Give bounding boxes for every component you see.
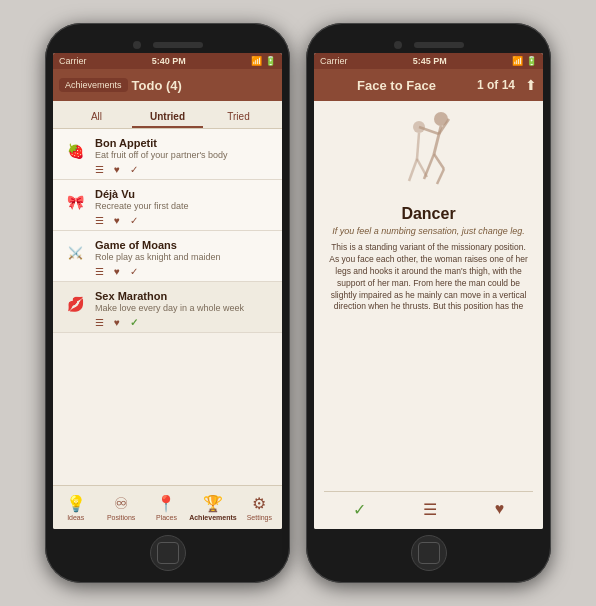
- check-icon[interactable]: ✓: [130, 266, 138, 277]
- svg-line-10: [417, 159, 427, 177]
- list-item: 💋 Sex Marathon Make love every day in a …: [53, 282, 282, 333]
- home-button-inner-right: [418, 542, 440, 564]
- dancer-svg: [389, 109, 469, 199]
- svg-line-6: [437, 169, 444, 184]
- check-icon[interactable]: ✓: [130, 164, 138, 175]
- heart-icon[interactable]: ♥: [114, 164, 120, 175]
- item-title: Game of Moans: [95, 239, 274, 251]
- nav-bar-right: Face to Face 1 of 14 ⬆: [314, 69, 543, 101]
- seg-all[interactable]: All: [61, 107, 132, 128]
- svg-point-7: [413, 121, 425, 133]
- card-tagline: If you feel a numbing sensation, just ch…: [332, 226, 525, 236]
- phone-left: Carrier 5:40 PM 📶 🔋 Achievements Todo (4…: [45, 23, 290, 583]
- check-icon[interactable]: ✓: [130, 317, 138, 328]
- card-check-icon[interactable]: ✓: [353, 500, 366, 519]
- item-icon-game-of-moans: ⚔️: [61, 239, 89, 267]
- home-button-right[interactable]: [411, 535, 447, 571]
- tab-bar-left: 💡 Ideas ♾ Positions 📍 Places 🏆 Achieveme…: [53, 485, 282, 529]
- nav-title-left: Todo (4): [132, 78, 276, 93]
- screen-left: Carrier 5:40 PM 📶 🔋 Achievements Todo (4…: [53, 53, 282, 529]
- time-left: 5:40 PM: [152, 56, 186, 66]
- battery-right: 📶 🔋: [512, 56, 537, 66]
- tab-positions[interactable]: ♾ Positions: [98, 486, 143, 529]
- tab-places-label: Places: [156, 514, 177, 521]
- list-item: 🎀 Déjà Vu Recreate your first date ☰ ♥ ✓: [53, 180, 282, 231]
- card-heart-icon[interactable]: ♥: [495, 500, 505, 519]
- svg-line-1: [434, 126, 441, 154]
- achievements-icon: 🏆: [203, 494, 223, 513]
- item-title: Sex Marathon: [95, 290, 274, 302]
- positions-icon: ♾: [114, 494, 128, 513]
- card-list-icon[interactable]: ☰: [423, 500, 437, 519]
- list-item: ⚔️ Game of Moans Role play as knight and…: [53, 231, 282, 282]
- check-icon[interactable]: ✓: [130, 215, 138, 226]
- seg-tried[interactable]: Tried: [203, 107, 274, 128]
- tab-ideas-label: Ideas: [67, 514, 84, 521]
- speaker-left: [153, 42, 203, 48]
- item-title: Déjà Vu: [95, 188, 274, 200]
- item-title: Bon Appetit: [95, 137, 274, 149]
- segment-control: All Untried Tried: [53, 101, 282, 129]
- status-bar-right: Carrier 5:45 PM 📶 🔋: [314, 53, 543, 69]
- list-icon[interactable]: ☰: [95, 317, 104, 328]
- svg-line-8: [417, 133, 419, 159]
- heart-icon[interactable]: ♥: [114, 266, 120, 277]
- item-actions: ☰ ♥ ✓: [95, 317, 274, 328]
- home-button-left[interactable]: [150, 535, 186, 571]
- item-body-deja-vu: Déjà Vu Recreate your first date ☰ ♥ ✓: [95, 188, 274, 226]
- tab-ideas[interactable]: 💡 Ideas: [53, 486, 98, 529]
- status-bar-left: Carrier 5:40 PM 📶 🔋: [53, 53, 282, 69]
- card-content: Dancer If you feel a numbing sensation, …: [314, 101, 543, 529]
- item-icon-sex-marathon: 💋: [61, 290, 89, 318]
- item-actions: ☰ ♥ ✓: [95, 266, 274, 277]
- item-subtitle: Recreate your first date: [95, 201, 274, 211]
- item-subtitle: Role play as knight and maiden: [95, 252, 274, 262]
- tab-settings[interactable]: ⚙ Settings: [237, 486, 282, 529]
- item-body-bon-appetit: Bon Appetit Eat fruit off of your partne…: [95, 137, 274, 175]
- ideas-icon: 💡: [66, 494, 86, 513]
- item-icon-bon-appetit: 🍓: [61, 137, 89, 165]
- item-subtitle: Make love every day in a whole week: [95, 303, 274, 313]
- list-icon[interactable]: ☰: [95, 164, 104, 175]
- list-icon[interactable]: ☰: [95, 266, 104, 277]
- front-camera-left: [133, 41, 141, 49]
- tab-positions-label: Positions: [107, 514, 135, 521]
- screen-right: Carrier 5:45 PM 📶 🔋 Face to Face 1 of 14…: [314, 53, 543, 529]
- dancer-figure: [384, 109, 474, 199]
- front-camera-right: [394, 41, 402, 49]
- tab-achievements-label: Achievements: [189, 514, 236, 521]
- list-icon[interactable]: ☰: [95, 215, 104, 226]
- battery-left: 📶 🔋: [251, 56, 276, 66]
- achievements-back-btn[interactable]: Achievements: [59, 78, 128, 92]
- tab-places[interactable]: 📍 Places: [144, 486, 189, 529]
- heart-icon[interactable]: ♥: [114, 215, 120, 226]
- svg-line-5: [434, 154, 444, 169]
- tab-settings-label: Settings: [247, 514, 272, 521]
- carrier-left: Carrier: [59, 56, 87, 66]
- card-actions: ✓ ☰ ♥: [324, 491, 533, 521]
- time-right: 5:45 PM: [413, 56, 447, 66]
- item-actions: ☰ ♥ ✓: [95, 215, 274, 226]
- places-icon: 📍: [156, 494, 176, 513]
- phone-right: Carrier 5:45 PM 📶 🔋 Face to Face 1 of 14…: [306, 23, 551, 583]
- list-item: 🍓 Bon Appetit Eat fruit off of your part…: [53, 129, 282, 180]
- card-title: Dancer: [401, 205, 455, 223]
- settings-icon: ⚙: [252, 494, 266, 513]
- speaker-right: [414, 42, 464, 48]
- item-body-game-of-moans: Game of Moans Role play as knight and ma…: [95, 239, 274, 277]
- nav-counter: 1 of 14: [477, 78, 515, 92]
- item-icon-deja-vu: 🎀: [61, 188, 89, 216]
- carrier-right: Carrier: [320, 56, 348, 66]
- item-actions: ☰ ♥ ✓: [95, 164, 274, 175]
- item-subtitle: Eat fruit off of your partner's body: [95, 150, 274, 160]
- seg-untried[interactable]: Untried: [132, 107, 203, 128]
- item-body-sex-marathon: Sex Marathon Make love every day in a wh…: [95, 290, 274, 328]
- tab-achievements[interactable]: 🏆 Achievements: [189, 486, 236, 529]
- card-body: This is a standing variant of the missio…: [324, 242, 533, 313]
- share-button[interactable]: ⬆: [525, 77, 537, 93]
- heart-icon[interactable]: ♥: [114, 317, 120, 328]
- nav-title-right: Face to Face: [320, 78, 473, 93]
- svg-line-9: [409, 159, 417, 181]
- nav-bar-left: Achievements Todo (4): [53, 69, 282, 101]
- home-button-inner-left: [157, 542, 179, 564]
